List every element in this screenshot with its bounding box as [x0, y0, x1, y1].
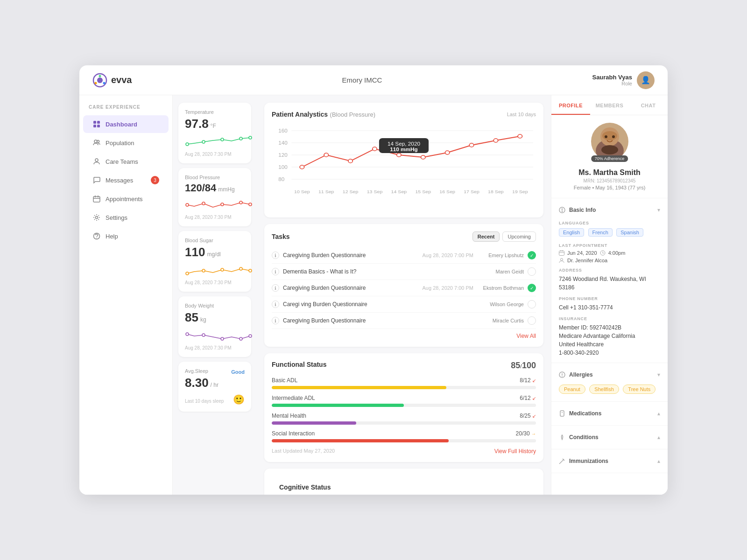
sidebar-item-help[interactable]: Help	[83, 227, 169, 245]
svg-point-85	[561, 259, 563, 261]
care-teams-icon	[92, 157, 101, 166]
svg-text:100: 100	[278, 165, 288, 170]
sidebar-item-appointments[interactable]: Appointments	[83, 190, 169, 208]
sidebar-population-label: Population	[106, 140, 134, 147]
func-last-updated: Last Updated May 27, 2020	[272, 448, 335, 455]
tasks-tab-recent[interactable]: Recent	[472, 231, 500, 242]
basic-info-header[interactable]: Basic Info ▾	[559, 204, 660, 216]
allergy-tree-nuts: Tree Nuts	[623, 385, 655, 394]
patient-gender: Female	[574, 185, 591, 190]
svg-point-31	[186, 333, 189, 336]
svg-point-55	[518, 134, 522, 138]
bp-chart-card: Patient Analystics (Blood Pressure) Last…	[264, 103, 543, 217]
appointments-icon	[92, 195, 101, 203]
tab-chat[interactable]: CHAT	[629, 95, 668, 115]
svg-point-74	[601, 145, 618, 154]
svg-point-20	[240, 137, 242, 140]
bw-unit: kg	[200, 316, 206, 323]
sidebar-item-settings[interactable]: Settings	[83, 209, 169, 226]
bw-value: 85	[185, 310, 198, 325]
appt-date: Jun 24, 2020	[567, 250, 597, 256]
task-icon-4: ℹ	[272, 317, 279, 324]
func-row-mental-health: Mental Health 8/25 ↙	[272, 413, 536, 425]
svg-point-3	[95, 82, 97, 84]
tab-profile[interactable]: PROFILE	[551, 95, 590, 115]
immunizations-header[interactable]: Immunizations ▴	[559, 455, 660, 467]
medications-header[interactable]: Medications ▴	[559, 407, 660, 420]
func-val-2: 8/25 ↙	[520, 413, 536, 419]
func-bar-3	[272, 439, 449, 442]
right-panel: PROFILE MEMBERS CHAT	[551, 95, 668, 495]
conditions-header[interactable]: Conditions ▴	[559, 431, 660, 443]
svg-point-2	[99, 75, 101, 77]
task-name-2: Caregiving Burden Questionnaire	[283, 285, 419, 291]
population-icon	[92, 139, 101, 147]
svg-point-23	[221, 203, 224, 206]
svg-text:13 Sep: 13 Sep	[367, 189, 383, 194]
profile-avatar-wrap: 70% Adherence	[591, 123, 628, 160]
svg-point-34	[240, 337, 242, 340]
bw-time: Aug 28, 2020 7:30 PM	[185, 345, 245, 350]
svg-rect-89	[560, 411, 564, 416]
sidebar-item-messages[interactable]: Messages 3	[83, 171, 169, 189]
allergies-list: Peanut Shellfish Tree Nuts	[559, 385, 660, 396]
appt-time: 4:00pm	[608, 250, 626, 256]
logo-text: evva	[111, 75, 132, 85]
svg-point-33	[221, 337, 224, 340]
svg-point-30	[249, 269, 252, 272]
func-row-basic-adl: Basic ADL 8/12 ↙	[272, 377, 536, 389]
sidebar-item-care-teams[interactable]: Care Teams	[83, 153, 169, 170]
svg-point-13	[96, 217, 98, 219]
metric-body-weight: Body Weight 85 kg	[178, 296, 251, 357]
metric-avg-sleep: Avg.Sleep Good 8.30 / hr Last 10 days sl…	[178, 362, 251, 412]
svg-point-25	[249, 203, 252, 206]
medications-chevron: ▴	[657, 410, 660, 417]
tasks-tab-upcoming[interactable]: Upcoming	[502, 231, 536, 242]
svg-point-49	[373, 147, 377, 151]
task-icon-0: ℹ	[272, 252, 279, 259]
func-max: 100	[522, 361, 536, 370]
svg-point-51	[421, 155, 425, 159]
svg-point-24	[240, 201, 242, 204]
sidebar-appointments-label: Appointments	[106, 196, 143, 203]
tab-members[interactable]: MEMBERS	[590, 95, 629, 115]
basic-info-section: Basic Info ▾ LANGUAGES English French Sp…	[551, 198, 668, 363]
svg-point-46	[300, 165, 304, 169]
content-area: Temperature 97.8 °F	[173, 95, 668, 495]
svg-text:17 Sep: 17 Sep	[464, 189, 479, 194]
func-title: Functional Status	[272, 361, 326, 371]
logo-icon	[92, 73, 107, 88]
allergies-header[interactable]: Allergies ▾	[559, 369, 660, 381]
bs-unit: mg/dl	[207, 251, 220, 258]
sidebar-dashboard-label: Dashboard	[106, 121, 137, 128]
address-label: ADDRESS	[559, 268, 660, 273]
svg-text:16 Sep: 16 Sep	[439, 189, 455, 194]
logo[interactable]: evva	[92, 73, 132, 88]
patient-details: Female • May 16, 1943 (77 yrs)	[574, 185, 646, 190]
svg-text:11 Sep: 11 Sep	[318, 189, 334, 194]
view-history-btn[interactable]: View Full History	[494, 448, 536, 455]
func-score-value: 85	[511, 361, 520, 370]
func-val-0: 8/12 ↙	[520, 377, 536, 384]
bs-label: Blood Sugar	[185, 238, 245, 243]
svg-rect-78	[559, 251, 564, 256]
view-all-tasks[interactable]: View All	[272, 333, 536, 339]
messages-icon	[92, 176, 101, 184]
svg-point-35	[249, 335, 252, 337]
bs-value: 110	[185, 245, 205, 259]
svg-point-52	[445, 151, 449, 154]
svg-text:140: 140	[278, 140, 288, 146]
task-assignee-0: Emery Lipshutz	[477, 252, 524, 258]
svg-point-26	[186, 272, 189, 275]
svg-point-17	[186, 143, 189, 146]
bp-value: 120/84	[185, 182, 216, 194]
sidebar-item-population[interactable]: Population	[83, 134, 169, 152]
appt-doctor: Dr. Jennifer Alcoa	[567, 258, 607, 263]
func-bar-0	[272, 386, 446, 389]
sidebar-item-dashboard[interactable]: Dashboard	[83, 115, 169, 133]
svg-rect-6	[97, 121, 100, 124]
func-bar-2	[272, 421, 356, 425]
task-check-3	[528, 300, 536, 308]
task-date-2: Aug 28, 2020 7:00 PM	[423, 285, 473, 291]
svg-point-53	[469, 143, 473, 147]
